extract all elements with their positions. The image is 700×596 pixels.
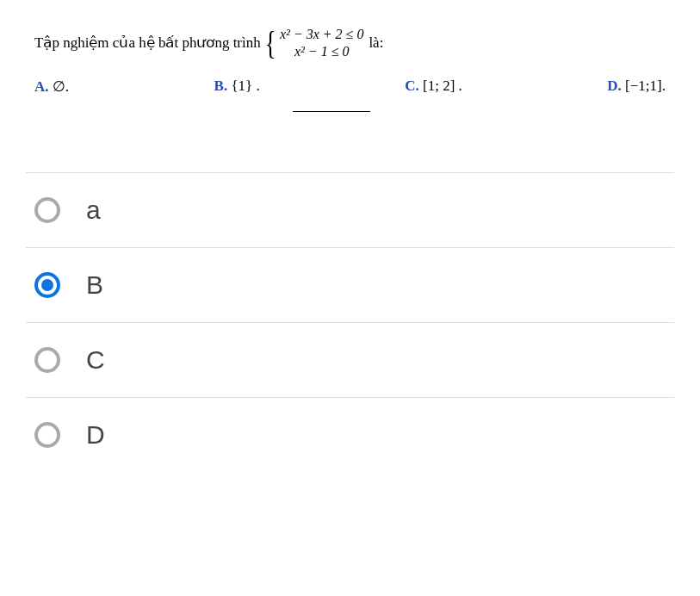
answer-option-a[interactable]: a — [26, 172, 674, 247]
system-line-1: x² − 3x + 2 ≤ 0 — [280, 26, 363, 43]
divider-line — [293, 111, 370, 112]
choice-c: C. [1; 2] . — [405, 78, 462, 96]
system-equations: x² − 3x + 2 ≤ 0 x² − 1 ≤ 0 — [280, 26, 363, 60]
choice-c-value: [1; 2] . — [423, 78, 462, 94]
answer-option-c-label: C — [86, 345, 105, 375]
answer-option-a-label: a — [86, 196, 101, 225]
answer-option-b-label: B — [86, 270, 103, 300]
choice-d-value: [−1;1]. — [625, 78, 666, 94]
choice-a-label: A. — [34, 78, 49, 95]
question-prefix: Tập nghiệm của hệ bất phương trình — [34, 34, 261, 53]
choice-b-label: B. — [214, 78, 228, 94]
answer-choices: A. ∅. B. {1} . C. [1; 2] . D. [−1;1]. — [34, 78, 666, 99]
radio-c[interactable] — [34, 347, 60, 373]
radio-d[interactable] — [34, 422, 60, 448]
answer-option-d-label: D — [86, 420, 105, 450]
choice-d: D. [−1;1]. — [607, 78, 666, 96]
answer-option-b[interactable]: B — [26, 247, 674, 322]
radio-b[interactable] — [34, 272, 60, 298]
choice-c-label: C. — [405, 78, 419, 94]
choice-b-value: {1} . — [231, 78, 259, 94]
answer-options: a B C D — [26, 172, 674, 472]
choice-a-value: ∅. — [53, 78, 69, 95]
brace-icon: { — [265, 27, 276, 59]
system-line-2: x² − 1 ≤ 0 — [280, 43, 363, 60]
choice-b: B. {1} . — [214, 78, 260, 96]
choice-d-label: D. — [607, 78, 622, 94]
radio-a[interactable] — [34, 197, 60, 223]
question-block: Tập nghiệm của hệ bất phương trình { x² … — [0, 0, 700, 121]
answer-option-c[interactable]: C — [26, 322, 674, 397]
question-text: Tập nghiệm của hệ bất phương trình { x² … — [34, 26, 666, 60]
choice-a: A. ∅. — [34, 78, 69, 96]
question-suffix: là: — [369, 34, 383, 53]
answer-option-d[interactable]: D — [26, 397, 674, 472]
